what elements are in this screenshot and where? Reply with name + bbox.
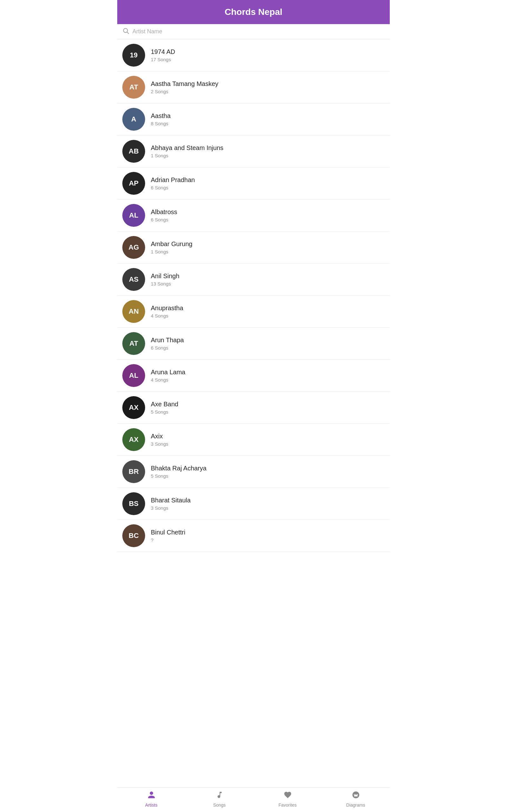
artist-avatar: BR — [122, 460, 145, 483]
artist-song-count: 8 Songs — [151, 121, 170, 126]
artist-info: Anil Singh13 Songs — [151, 272, 179, 287]
artist-avatar: AX — [122, 396, 145, 419]
artist-song-count: 3 Songs — [151, 441, 168, 447]
artist-name: Adrian Pradhan — [151, 176, 195, 184]
artist-avatar: AX — [122, 428, 145, 451]
artist-info: Axe Band5 Songs — [151, 401, 178, 415]
artist-song-count: 17 Songs — [151, 57, 175, 62]
artist-item[interactable]: APAdrian Pradhan6 Songs — [117, 167, 390, 200]
artist-info: Bharat Sitaula3 Songs — [151, 497, 191, 511]
artist-song-count: 4 Songs — [151, 377, 185, 383]
artist-info: 1974 AD17 Songs — [151, 48, 175, 62]
artist-avatar: AL — [122, 204, 145, 227]
artist-song-count: 5 Songs — [151, 473, 207, 478]
artist-info: Binul Chettri? — [151, 529, 185, 543]
artist-song-count: ? — [151, 537, 185, 543]
artist-item[interactable]: AAastha8 Songs — [117, 103, 390, 136]
artist-info: Abhaya and Steam Injuns1 Songs — [151, 144, 223, 158]
artist-item[interactable]: ABAbhaya and Steam Injuns1 Songs — [117, 136, 390, 167]
artist-avatar: AS — [122, 268, 145, 291]
artist-info: Aastha Tamang Maskey2 Songs — [151, 80, 218, 94]
artist-name: Abhaya and Steam Injuns — [151, 144, 223, 152]
artist-item[interactable]: ATAastha Tamang Maskey2 Songs — [117, 71, 390, 103]
artist-item[interactable]: ATArun Thapa6 Songs — [117, 328, 390, 360]
artist-name: 1974 AD — [151, 48, 175, 55]
artist-avatar: AL — [122, 364, 145, 387]
artist-song-count: 13 Songs — [151, 281, 179, 287]
artist-avatar: BC — [122, 524, 145, 547]
artist-info: Axix3 Songs — [151, 433, 168, 447]
artist-name: Ambar Gurung — [151, 241, 192, 248]
artist-name: Anil Singh — [151, 272, 179, 280]
artist-info: Ambar Gurung1 Songs — [151, 241, 192, 254]
artist-item[interactable]: ALAruna Lama4 Songs — [117, 360, 390, 392]
artist-name: Aastha Tamang Maskey — [151, 80, 218, 88]
artist-song-count: 6 Songs — [151, 217, 177, 222]
svg-line-1 — [127, 32, 129, 34]
artist-item[interactable]: 191974 AD17 Songs — [117, 39, 390, 71]
artist-info: Adrian Pradhan6 Songs — [151, 176, 195, 190]
artist-song-count: 5 Songs — [151, 409, 178, 415]
artist-info: Aastha8 Songs — [151, 112, 170, 126]
artist-item[interactable]: ASAnil Singh13 Songs — [117, 264, 390, 296]
search-input[interactable] — [132, 28, 385, 35]
artist-avatar: 19 — [122, 44, 145, 67]
artist-name: Axe Band — [151, 401, 178, 408]
artist-info: Arun Thapa6 Songs — [151, 337, 184, 351]
artist-name: Aastha — [151, 112, 170, 119]
artist-song-count: 2 Songs — [151, 89, 218, 94]
artist-name: Aruna Lama — [151, 368, 185, 376]
artist-item[interactable]: AXAxix3 Songs — [117, 424, 390, 456]
artist-song-count: 6 Songs — [151, 185, 195, 190]
artist-info: Anuprastha4 Songs — [151, 305, 183, 318]
app-header: Chords Nepal — [117, 0, 390, 24]
artist-item[interactable]: BRBhakta Raj Acharya5 Songs — [117, 456, 390, 488]
artist-item[interactable]: ANAnuprastha4 Songs — [117, 296, 390, 328]
app-title: Chords Nepal — [225, 7, 282, 17]
artist-song-count: 1 Songs — [151, 153, 223, 158]
artist-info: Albatross6 Songs — [151, 208, 177, 222]
artist-name: Anuprastha — [151, 305, 183, 312]
artist-info: Bhakta Raj Acharya5 Songs — [151, 465, 207, 478]
artist-item[interactable]: BSBharat Sitaula3 Songs — [117, 488, 390, 520]
artist-item[interactable]: AGAmbar Gurung1 Songs — [117, 232, 390, 264]
artist-song-count: 6 Songs — [151, 345, 184, 351]
artist-name: Albatross — [151, 208, 177, 216]
artist-avatar: AG — [122, 236, 145, 259]
artist-item[interactable]: ALAlbatross6 Songs — [117, 200, 390, 232]
artist-avatar: AB — [122, 140, 145, 163]
artist-name: Axix — [151, 433, 168, 440]
artist-song-count: 4 Songs — [151, 313, 183, 318]
artist-name: Bhakta Raj Acharya — [151, 465, 207, 472]
artist-info: Aruna Lama4 Songs — [151, 368, 185, 383]
artist-avatar: AP — [122, 172, 145, 195]
artist-avatar: A — [122, 108, 145, 131]
artist-item[interactable]: AXAxe Band5 Songs — [117, 392, 390, 424]
artist-song-count: 1 Songs — [151, 249, 192, 254]
artist-name: Binul Chettri — [151, 529, 185, 536]
artist-avatar: AT — [122, 332, 145, 355]
search-bar — [117, 24, 390, 39]
artist-name: Arun Thapa — [151, 337, 184, 344]
artist-item[interactable]: BCBinul Chettri? — [117, 520, 390, 552]
artist-avatar: AT — [122, 76, 145, 99]
artist-avatar: BS — [122, 492, 145, 515]
artist-name: Bharat Sitaula — [151, 497, 191, 504]
search-icon — [122, 27, 129, 36]
artist-avatar: AN — [122, 300, 145, 323]
artist-song-count: 3 Songs — [151, 505, 191, 511]
artist-list: 191974 AD17 SongsATAastha Tamang Maskey2… — [117, 39, 390, 552]
